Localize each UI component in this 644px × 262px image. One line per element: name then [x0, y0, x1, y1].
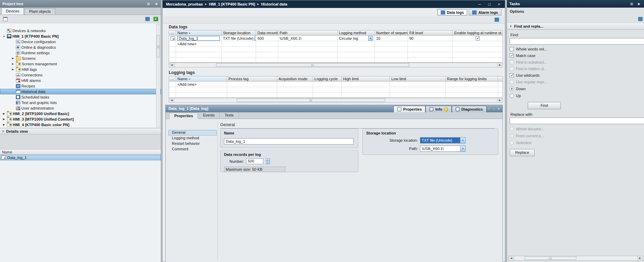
tab-texts[interactable]: Texts — [220, 112, 239, 119]
auto-collapse-icon[interactable]: ▥ — [146, 2, 151, 6]
diagram-view-icon[interactable] — [144, 16, 150, 22]
tab-devices[interactable]: Devices — [1, 8, 24, 15]
tree-item-hmi-tags[interactable]: ▶ HMI tags — [0, 67, 161, 72]
option-use-wildcards[interactable]: ✓ Use wildcards — [510, 73, 644, 77]
scroll-left-icon[interactable]: ◀ — [169, 63, 175, 67]
column-header-process-tag[interactable]: Process tag — [227, 76, 277, 81]
tree-item-device-configuration[interactable]: Device configuration — [0, 39, 161, 45]
scrollbar-thumb[interactable] — [525, 256, 576, 260]
column-header-low-limit[interactable]: Low limit — [390, 76, 446, 81]
tree-item-hmi-3[interactable]: ▶ HMI_3 [MTP1000 Unified Comfort] — [0, 116, 161, 122]
tree-item-screen-management[interactable]: ▶ Screen management — [0, 61, 161, 67]
column-header-storage-location[interactable]: Storage location — [222, 30, 256, 35]
tab-events[interactable]: Events — [198, 112, 220, 119]
scroll-left-icon[interactable]: ◀ — [509, 256, 514, 260]
add-new-row[interactable]: <Add new> — [169, 41, 502, 47]
tree-scrollbar[interactable] — [156, 24, 160, 127]
go-online-icon[interactable]: ▶ — [153, 16, 159, 22]
column-header-range-for-logging-limits[interactable]: Range for logging limits — [446, 76, 498, 81]
details-view-row-data-log-1[interactable]: Data_log_1 — [0, 155, 161, 160]
collapse-panel-icon[interactable]: ◀ — [154, 2, 158, 6]
tab-info-view[interactable]: Info — [426, 106, 451, 112]
tree-item-user-administration[interactable]: User administration — [0, 105, 161, 111]
expand-collapse-icon[interactable]: ▶ — [2, 112, 6, 115]
pane-collapse-icon[interactable]: ▾ — [496, 107, 501, 111]
configure-view-icon[interactable] — [2, 16, 8, 22]
nav-item-comment[interactable]: Comment — [168, 147, 217, 152]
collapse-panel-icon[interactable]: ▶ — [637, 2, 642, 6]
nav-item-logging-method[interactable]: Logging method — [168, 135, 217, 141]
tree-item-hmi-alarms[interactable]: HMI alarms — [0, 78, 161, 83]
add-new-cell[interactable]: <Add new> — [176, 82, 227, 87]
replace-input[interactable] — [510, 118, 644, 124]
scroll-right-icon[interactable]: ▶ — [497, 98, 502, 102]
nav-item-restart-behavior[interactable]: Restart behavior — [168, 141, 217, 147]
tab-properties[interactable]: Properties — [169, 113, 198, 119]
fill-level-cell[interactable]: 90 — [408, 36, 453, 41]
whole-words-checkbox[interactable] — [510, 47, 514, 51]
auto-collapse-icon[interactable]: ▥ — [629, 2, 634, 6]
scrollbar-thumb[interactable] — [216, 63, 409, 67]
dropdown-icon[interactable]: ▼ — [460, 138, 465, 143]
tree-item-hmi-2[interactable]: ▶ HMI_2 [MTP1000 Unified Basic] — [0, 111, 161, 116]
column-header-extra[interactable] — [498, 76, 502, 81]
enable-logging-checkbox[interactable]: ✓ — [476, 36, 480, 40]
name-input[interactable]: Data_log_1 — [224, 138, 354, 144]
option-whole-words[interactable]: Whole words onl... — [510, 47, 644, 51]
tasks-toolbar-icon[interactable] — [637, 16, 643, 22]
column-header-number-of-sequence[interactable]: Number of sequen... — [375, 30, 408, 35]
pane-minimize-icon[interactable]: ─ — [491, 107, 496, 111]
tree-item-runtime-settings[interactable]: Runtime settings — [0, 50, 161, 56]
name-cell-editor[interactable]: Data_log_1 — [177, 36, 220, 41]
column-header-logging-method[interactable]: Logging method — [338, 30, 375, 35]
breadcrumb-device[interactable]: HMI_1 [KTP400 Basic PN] — [209, 2, 255, 6]
use-wildcards-checkbox[interactable]: ✓ — [510, 73, 514, 77]
column-header-name[interactable]: Name ▲ — [176, 30, 222, 35]
tab-properties-view[interactable]: Properties — [393, 106, 426, 112]
tab-plant-objects[interactable]: Plant objects — [25, 8, 55, 15]
pane-float-icon[interactable]: □ — [487, 107, 491, 111]
scrollbar-thumb[interactable] — [237, 99, 385, 102]
tree-item-recipes[interactable]: Recipes — [0, 83, 161, 89]
column-header-data-records[interactable]: Data records ... — [256, 30, 278, 35]
scroll-right-icon[interactable]: ▶ — [497, 63, 502, 67]
option-match-case[interactable]: ✓ Match case — [510, 54, 644, 58]
export-icon[interactable] — [494, 17, 500, 22]
tree-item-scheduled-tasks[interactable]: Scheduled tasks — [0, 94, 161, 100]
expand-collapse-icon[interactable]: ▶ — [11, 63, 15, 65]
number-of-sequence-cell[interactable]: 10 — [375, 36, 408, 41]
find-button[interactable]: Find — [528, 102, 561, 109]
column-header-path[interactable]: Path — [278, 30, 338, 35]
column-header-enable-logging[interactable]: Enable logging at runtime st... — [453, 30, 502, 35]
close-icon[interactable]: × — [497, 2, 501, 6]
replace-button[interactable]: Replace — [510, 149, 535, 156]
column-header-row-indicator[interactable]: … — [169, 30, 176, 35]
storage-location-cell[interactable]: TXT file (Unicode) ▼ — [222, 36, 256, 41]
expand-collapse-icon[interactable]: ▶ — [11, 68, 15, 71]
dropdown-icon[interactable]: ▼ — [460, 146, 465, 151]
data-records-cell[interactable]: 500 — [256, 36, 278, 41]
tree-item-hmi-4[interactable]: ▶ HMI_4 [KTP400 Basic color PN] — [0, 122, 161, 128]
storage-location-select[interactable]: TXT file (Unicode) ▼ — [420, 137, 466, 143]
column-header-name[interactable]: Name ▲ — [176, 76, 227, 81]
tree-item-historical-data[interactable]: Historical data — [0, 89, 161, 94]
expand-collapse-icon[interactable]: ▶ — [2, 123, 6, 126]
tab-diagnostics-view[interactable]: Diagnostics — [452, 106, 487, 112]
down-radio[interactable] — [510, 87, 514, 91]
minimize-icon[interactable]: ─ — [477, 2, 482, 6]
column-header-acquisition-mode[interactable]: Acquisition mode — [277, 76, 313, 81]
tree-item-text-graphic-lists[interactable]: Text and graphic lists — [0, 100, 161, 105]
number-input[interactable]: 500 — [246, 158, 263, 164]
details-view-header[interactable]: ∨ Details view — [0, 128, 161, 134]
spin-up-icon[interactable]: ▲ — [265, 159, 270, 161]
match-case-checkbox[interactable]: ✓ — [510, 54, 514, 58]
data-log-row[interactable]: Data_log_1 TXT file (Unicode) ▼ 500 \USB… — [169, 36, 502, 41]
expand-collapse-icon[interactable]: ▼ — [2, 35, 6, 38]
number-stepper[interactable]: ▲ ▼ — [265, 158, 270, 164]
logging-method-cell[interactable]: Circular log ▼ — [338, 36, 375, 41]
breadcrumb-project[interactable]: Mercadona_pruebas — [166, 2, 203, 6]
path-select[interactable]: \USB_X60.1\ ▼ — [420, 146, 466, 152]
add-new-row[interactable]: <Add new> — [169, 82, 502, 87]
breadcrumb-editor[interactable]: Historical data — [261, 2, 287, 6]
direction-up[interactable]: Up — [510, 94, 644, 98]
